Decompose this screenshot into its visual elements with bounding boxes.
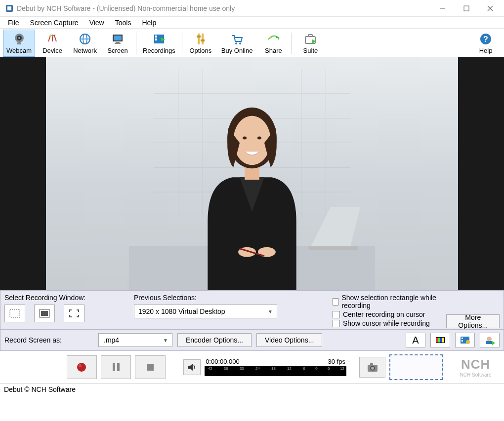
audio-meter: -42-36-30-24-18-12-60612 bbox=[205, 366, 346, 376]
status-text: Debut © NCH Software bbox=[4, 385, 76, 393]
format-dropdown[interactable]: .mp4 ▼ bbox=[98, 333, 172, 347]
toolbar-recordings-label: Recordings bbox=[143, 47, 175, 54]
toolbar-recordings[interactable]: Recordings bbox=[139, 30, 179, 57]
svg-rect-1 bbox=[7, 6, 11, 10]
suite-icon bbox=[303, 32, 318, 46]
share-icon bbox=[266, 32, 281, 46]
toolbar-suite[interactable]: Suite bbox=[295, 30, 326, 57]
record-as-label: Record Screen as: bbox=[4, 336, 93, 344]
svg-rect-64 bbox=[462, 340, 463, 342]
buy-online-icon bbox=[230, 32, 245, 46]
svg-rect-25 bbox=[197, 36, 201, 38]
select-rectangle-button[interactable] bbox=[4, 305, 25, 322]
svg-point-49 bbox=[257, 136, 261, 139]
record-button[interactable] bbox=[67, 355, 97, 379]
show-rectangle-checkbox[interactable]: Show selection rectangle while recording bbox=[333, 294, 442, 309]
svg-rect-3 bbox=[464, 6, 469, 11]
toolbar-device[interactable]: Device bbox=[37, 30, 68, 57]
svg-point-12 bbox=[53, 35, 55, 37]
pause-button[interactable] bbox=[101, 355, 131, 379]
screen-icon bbox=[110, 32, 125, 46]
fps-value: 30 fps bbox=[328, 358, 345, 365]
svg-rect-60 bbox=[440, 338, 442, 343]
svg-point-66 bbox=[487, 337, 492, 342]
menu-file[interactable]: File bbox=[3, 18, 24, 28]
format-value: .mp4 bbox=[104, 336, 119, 344]
svg-rect-55 bbox=[41, 311, 48, 316]
encoder-options-button[interactable]: Encoder Options... bbox=[177, 333, 252, 347]
chevron-down-icon: ▼ bbox=[268, 309, 273, 314]
toolbar-help[interactable]: ? Help bbox=[470, 30, 501, 57]
network-icon bbox=[78, 32, 92, 46]
color-adjust-button[interactable] bbox=[430, 333, 450, 347]
recording-settings-panel: Select Recording Window: Previous Select… bbox=[0, 290, 504, 330]
titlebar: Debut by NCH Software - (Unlicensed) Non… bbox=[0, 0, 504, 17]
show-cursor-checkbox[interactable]: Show cursor while recording bbox=[333, 319, 442, 327]
svg-rect-19 bbox=[115, 43, 121, 44]
center-cursor-checkbox[interactable]: Center recording on cursor bbox=[333, 310, 442, 318]
svg-rect-74 bbox=[370, 363, 373, 365]
toolbar-separator bbox=[182, 33, 182, 54]
svg-rect-18 bbox=[116, 42, 120, 43]
svg-text:A: A bbox=[412, 335, 419, 345]
close-button[interactable] bbox=[478, 0, 502, 17]
minimize-button[interactable] bbox=[431, 0, 455, 17]
toolbar-options[interactable]: Options bbox=[185, 30, 216, 57]
video-preview bbox=[0, 57, 504, 290]
text-overlay-button[interactable]: A bbox=[406, 333, 425, 347]
svg-point-48 bbox=[243, 136, 247, 139]
menu-view[interactable]: View bbox=[84, 18, 109, 28]
toolbar-options-label: Options bbox=[189, 47, 211, 54]
menu-help[interactable]: Help bbox=[137, 18, 161, 28]
toolbar-help-label: Help bbox=[479, 47, 493, 54]
snapshot-button[interactable] bbox=[359, 357, 385, 378]
overlay-dropzone[interactable] bbox=[389, 354, 443, 380]
svg-point-27 bbox=[235, 42, 237, 44]
toolbar-share[interactable]: Share bbox=[258, 30, 289, 57]
app-icon bbox=[5, 4, 14, 13]
time-value: 0:00:00.000 bbox=[206, 358, 240, 365]
volume-button[interactable] bbox=[183, 359, 201, 375]
stop-button[interactable] bbox=[135, 355, 165, 379]
toolbar: Webcam Device Network Screen Recordings … bbox=[0, 29, 504, 57]
preview-image bbox=[46, 57, 458, 290]
svg-rect-21 bbox=[155, 36, 157, 38]
video-effects-button[interactable] bbox=[455, 333, 475, 347]
previous-selections-value: 1920 x 1080 Virtual Desktop bbox=[138, 307, 225, 315]
toolbar-network[interactable]: Network bbox=[70, 30, 100, 57]
menubar: File Screen Capture View Tools Help bbox=[0, 17, 504, 29]
toolbar-screen[interactable]: Screen bbox=[102, 30, 133, 57]
maximize-button[interactable] bbox=[455, 0, 478, 17]
svg-rect-59 bbox=[438, 338, 440, 343]
svg-rect-58 bbox=[436, 338, 438, 343]
svg-rect-17 bbox=[114, 36, 122, 40]
options-icon bbox=[193, 32, 208, 46]
toolbar-buy-online[interactable]: Buy Online bbox=[218, 30, 256, 57]
select-window-button[interactable] bbox=[34, 305, 55, 322]
svg-rect-72 bbox=[147, 364, 154, 371]
nch-logo: NCH NCH Software bbox=[451, 357, 500, 378]
select-recording-window-label: Select Recording Window: bbox=[4, 294, 128, 302]
toolbar-buy-online-label: Buy Online bbox=[221, 47, 253, 54]
toolbar-share-label: Share bbox=[265, 47, 282, 54]
toolbar-webcam-label: Webcam bbox=[6, 47, 32, 54]
toolbar-device-label: Device bbox=[42, 47, 62, 54]
select-fullscreen-button[interactable] bbox=[64, 305, 84, 322]
previous-selections-label: Previous Selections: bbox=[134, 294, 327, 302]
previous-selections-dropdown[interactable]: 1920 x 1080 Virtual Desktop ▼ bbox=[134, 305, 277, 318]
menu-tools[interactable]: Tools bbox=[110, 18, 136, 28]
watermark-button[interactable] bbox=[480, 333, 500, 347]
menu-screen-capture[interactable]: Screen Capture bbox=[25, 18, 84, 28]
svg-point-76 bbox=[371, 367, 374, 370]
toolbar-webcam[interactable]: Webcam bbox=[3, 30, 35, 57]
more-options-button[interactable]: More Options... bbox=[446, 314, 500, 328]
svg-point-68 bbox=[77, 363, 86, 372]
svg-point-11 bbox=[51, 35, 53, 37]
toolbar-separator bbox=[292, 33, 292, 54]
svg-rect-30 bbox=[308, 35, 312, 37]
toolbar-screen-label: Screen bbox=[107, 47, 127, 54]
video-options-button[interactable]: Video Options... bbox=[256, 333, 322, 347]
recordings-icon bbox=[152, 32, 167, 46]
svg-rect-24 bbox=[202, 34, 204, 44]
webcam-icon bbox=[12, 32, 27, 46]
